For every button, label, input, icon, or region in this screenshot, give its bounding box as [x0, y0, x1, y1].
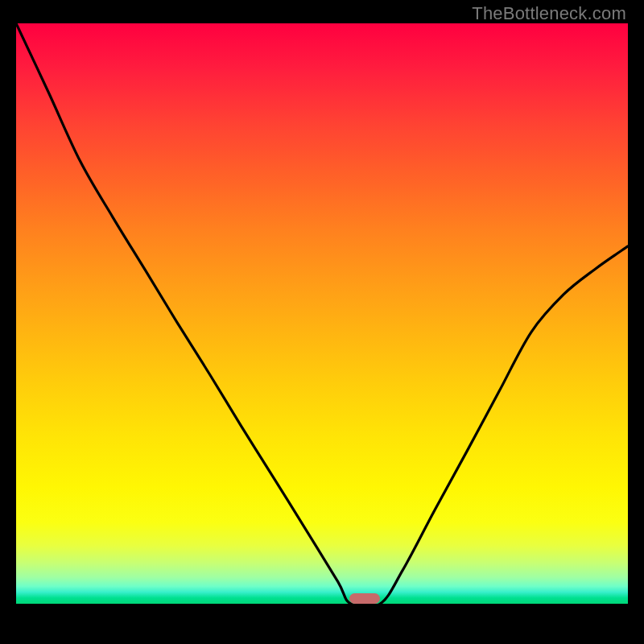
- chart-frame: [16, 23, 628, 628]
- chart-background-gradient: [16, 23, 628, 604]
- watermark-text: TheBottleneck.com: [472, 3, 626, 24]
- optimal-marker: [349, 593, 380, 604]
